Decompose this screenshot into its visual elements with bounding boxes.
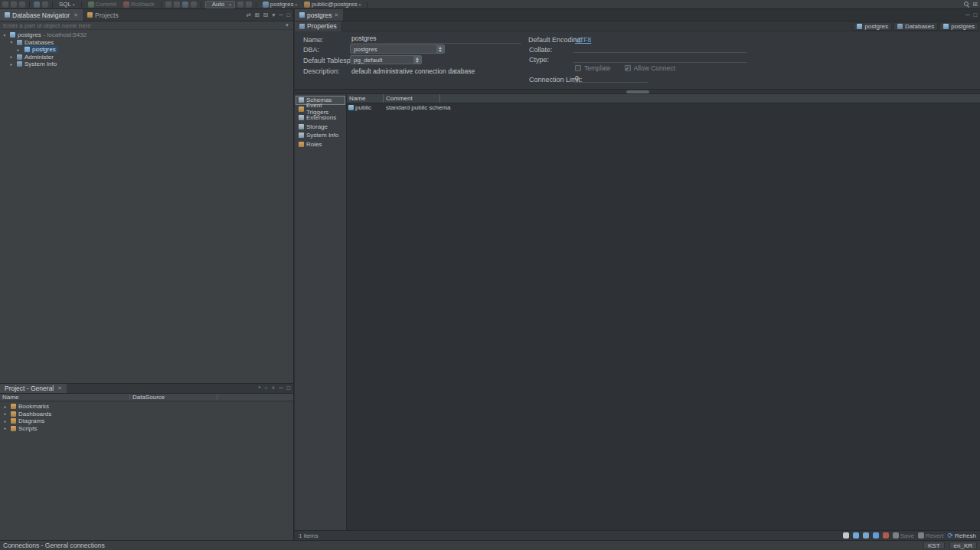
tab-database-navigator[interactable]: Database Navigator ✕ [0,9,83,21]
history-icon[interactable] [246,2,252,8]
name-field[interactable] [350,34,521,44]
allow-connect-checkbox[interactable]: ✓ [625,65,631,71]
cell-comment: standard public schema [384,104,451,111]
maximize-icon[interactable]: □ [973,12,977,18]
locale-indicator[interactable]: en_KR [949,542,977,549]
splitter-handle-icon[interactable] [626,90,649,93]
tab-properties[interactable]: Properties [295,21,342,31]
sql-editor-button[interactable]: SQL▾ [57,0,77,8]
project-item-scripts[interactable]: ▸ Scripts [0,425,293,433]
refresh-connection-icon[interactable] [237,2,243,8]
view-menu-icon[interactable]: ▾ [272,12,275,18]
new-connection-icon[interactable] [2,2,8,8]
column-header-datasource[interactable]: DataSource [130,394,217,401]
active-connection-select[interactable]: postgres ▾ [260,0,299,8]
breadcrumb-item-connection[interactable]: postgres [853,22,892,31]
close-icon[interactable]: ✕ [57,385,62,391]
ctype-field[interactable] [573,54,747,63]
side-tab-event-triggers[interactable]: Event Triggers [296,105,345,114]
chevron-right-icon[interactable]: ▸ [15,47,21,52]
chevron-right-icon[interactable]: ▸ [2,419,8,424]
export-icon[interactable] [182,2,188,8]
breadcrumb-item-database[interactable]: postgres [939,22,978,31]
perspective-icon[interactable]: ⊞ [972,2,978,8]
revert-button[interactable]: Revert [918,532,944,539]
save-icon[interactable] [19,2,25,8]
collate-field[interactable] [573,44,747,53]
tree-item-system-info[interactable]: ▸ System Info [0,61,293,68]
project-item-bookmarks[interactable]: ▸ Bookmarks [0,403,293,411]
tab-projects[interactable]: Projects [83,9,123,21]
chevron-right-icon[interactable]: ▸ [8,62,15,67]
project-item-dashboards[interactable]: ▸ Dashboards [0,411,293,418]
flags-row: Template ✓ Allow Connect [575,64,675,72]
chevron-right-icon[interactable]: ▸ [8,54,15,59]
dba-select[interactable]: postgres [350,44,445,54]
minimize-icon[interactable]: ─ [965,12,969,18]
tab-project-general[interactable]: Project - General ✕ [0,384,67,393]
column-header-comment[interactable]: Comment [384,94,440,103]
undo-icon[interactable] [42,2,48,8]
side-tab-label: Storage [306,123,328,130]
search-icon[interactable] [964,2,970,8]
breadcrumb-item-databases[interactable]: Databases [893,22,938,31]
expand-all-icon[interactable]: ⊞ [255,12,260,18]
close-icon[interactable]: ✕ [74,12,78,18]
tree-item-connection[interactable]: ▾ postgres - localhost:5432 [0,31,293,39]
tools-icon[interactable] [191,2,197,8]
add-item-icon[interactable]: + [272,385,275,391]
template-checkbox[interactable] [575,65,581,71]
chevron-right-icon[interactable]: ▸ [2,426,8,431]
tablespace-select[interactable]: pg_default [350,55,422,64]
timezone-indicator[interactable]: KST [923,542,945,549]
side-tab-roles[interactable]: Roles [296,140,345,149]
transaction-mode-select[interactable]: Auto▾ [205,1,235,8]
maximize-icon[interactable]: □ [286,12,290,18]
tree-item-administer[interactable]: ▸ Administer [0,54,293,61]
minimize-icon[interactable]: ─ [279,12,283,18]
project-item-diagrams[interactable]: ▸ Diagrams [0,417,293,425]
object-filter-input[interactable] [0,22,285,29]
refresh-button[interactable]: ⟳ Refresh [947,532,976,539]
table-row[interactable]: public standard public schema [347,103,980,112]
chevron-right-icon[interactable]: ▸ [2,404,8,409]
compare-icon[interactable] [174,2,180,8]
side-tab-system-info[interactable]: System Info [296,131,345,140]
schema-icon [304,2,310,8]
open-sql-icon[interactable] [34,2,40,8]
collapse-all-icon[interactable]: ⊟ [263,12,268,18]
column-header-name[interactable]: Name [347,94,384,103]
delete-item-icon[interactable]: − [264,385,267,391]
new-item-icon[interactable]: * [258,385,260,391]
delete-row-icon[interactable] [883,532,889,539]
chevron-right-icon[interactable]: ▸ [2,411,8,416]
encoding-link[interactable]: UTF8 [575,36,591,44]
edit-cell-icon[interactable] [873,532,879,539]
chevron-down-icon[interactable]: ▾ [2,33,8,38]
rollback-button[interactable]: Rollback [121,0,157,8]
tree-item-postgres-db[interactable]: ▸ postgres [0,46,293,54]
status-bar: Connections - General connections KST en… [0,540,980,550]
maximize-icon[interactable]: □ [286,385,290,391]
transaction-log-icon[interactable] [165,2,172,8]
filters-icon[interactable] [863,532,869,539]
tree-item-databases[interactable]: ▾ Databases [0,39,293,47]
editor-tab-postgres[interactable]: postgres ✕ [295,9,343,21]
link-editor-icon[interactable]: ⇄ [246,12,250,18]
tree-label: Scripts [18,425,37,432]
save-button[interactable]: Save [893,532,914,539]
side-tab-storage[interactable]: Storage [296,123,345,132]
database-icon [857,24,862,29]
column-header-name[interactable]: Name [0,394,130,401]
calc-panel-icon[interactable] [843,532,849,539]
new-object-icon[interactable] [11,2,17,8]
close-icon[interactable]: ✕ [335,12,339,18]
filter-icon[interactable]: ▼ [285,23,293,28]
commit-button[interactable]: Commit [86,0,119,8]
chevron-down-icon[interactable]: ▾ [8,40,15,44]
value-view-icon[interactable] [853,532,859,539]
active-schema-select[interactable]: public@postgres ▾ [302,0,363,8]
connection-limit-field[interactable]: 0 [573,74,648,83]
horizontal-splitter[interactable] [295,90,980,94]
minimize-icon[interactable]: ─ [279,385,283,391]
